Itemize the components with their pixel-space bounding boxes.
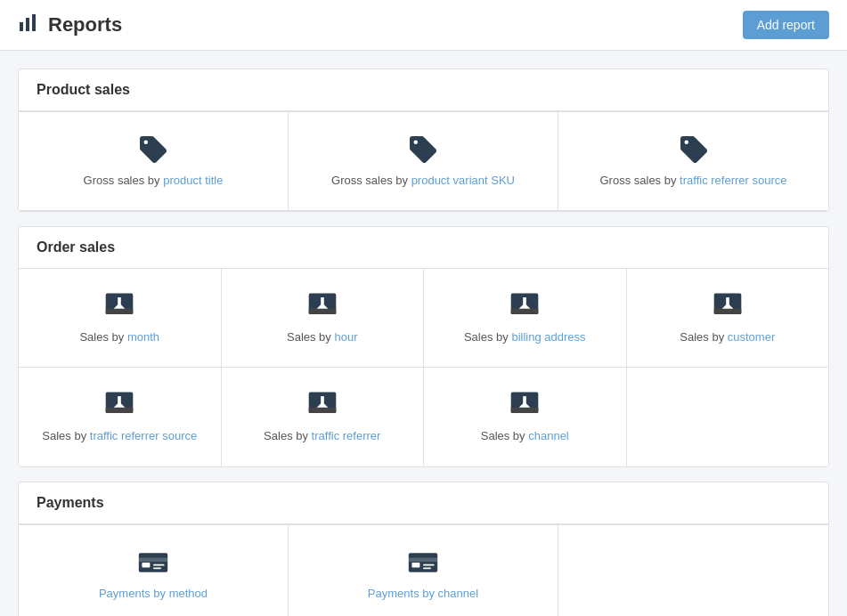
inbox-icon — [509, 389, 541, 421]
sales-hour-item[interactable]: Sales by hour — [222, 269, 425, 367]
inbox-icon — [103, 290, 135, 322]
svg-rect-4 — [20, 22, 23, 31]
product-sales-heading: Product sales — [19, 69, 828, 111]
svg-rect-22 — [726, 297, 729, 306]
page-header: Reports Add report — [0, 0, 847, 51]
gross-sales-variant-sku-item[interactable]: Gross sales by product variant SKU — [289, 112, 558, 211]
product-sales-section: Product sales Gross sales by product tit… — [18, 69, 829, 212]
order-sales-row-1: Sales by month Sales by hour — [19, 269, 828, 368]
main-content: Product sales Gross sales by product tit… — [0, 51, 847, 616]
svg-rect-8 — [106, 309, 134, 314]
inbox-icon — [103, 389, 135, 421]
svg-rect-6 — [32, 14, 36, 31]
add-report-button[interactable]: Add report — [743, 11, 829, 39]
sales-month-label: Sales by month — [79, 329, 159, 345]
sales-channel-label: Sales by channel — [481, 428, 569, 444]
gross-sales-traffic-item[interactable]: Gross sales by traffic referrer source — [558, 112, 828, 211]
svg-rect-18 — [523, 297, 526, 306]
header-left: Reports — [18, 12, 122, 38]
order-sales-grid: Sales by month Sales by hour — [19, 269, 828, 466]
svg-rect-12 — [308, 309, 336, 314]
inbox-icon — [712, 290, 744, 322]
order-sales-row-2: Sales by traffic referrer source Sales b… — [19, 368, 828, 466]
product-sales-grid: Gross sales by product title Gross sales… — [19, 111, 828, 211]
payments-heading: Payments — [19, 482, 828, 524]
svg-rect-36 — [139, 557, 167, 562]
svg-rect-26 — [118, 396, 121, 405]
money-icon — [137, 547, 169, 579]
svg-rect-14 — [321, 297, 324, 306]
sales-channel-item[interactable]: Sales by channel — [424, 368, 627, 466]
svg-rect-39 — [153, 567, 161, 569]
sales-billing-item[interactable]: Sales by billing address — [424, 269, 627, 367]
money-icon — [407, 547, 439, 579]
svg-rect-32 — [511, 408, 539, 413]
svg-rect-30 — [321, 396, 324, 405]
svg-rect-37 — [142, 563, 150, 567]
tag-icon — [137, 134, 169, 166]
inbox-icon — [306, 389, 338, 421]
svg-rect-24 — [106, 408, 134, 413]
svg-rect-34 — [523, 396, 526, 405]
payments-method-item[interactable]: Payments by method — [19, 525, 289, 616]
order-sales-heading: Order sales — [19, 227, 828, 269]
svg-rect-16 — [511, 309, 539, 314]
sales-traffic-referrer-item[interactable]: Sales by traffic referrer — [222, 368, 425, 466]
sales-month-item[interactable]: Sales by month — [19, 269, 222, 367]
svg-rect-44 — [423, 567, 431, 569]
payments-channel-item[interactable]: Payments by channel — [289, 525, 558, 616]
svg-rect-41 — [409, 557, 437, 562]
gross-sales-traffic-label: Gross sales by traffic referrer source — [599, 173, 786, 189]
payments-method-label: Payments by method — [99, 586, 208, 602]
svg-rect-20 — [713, 309, 741, 314]
payments-section: Payments Payments by method — [18, 482, 829, 616]
svg-rect-43 — [423, 563, 435, 565]
sales-traffic-source-item[interactable]: Sales by traffic referrer source — [19, 368, 222, 466]
sales-customer-item[interactable]: Sales by customer — [627, 269, 829, 367]
tag-icon — [678, 134, 710, 166]
sales-traffic-source-label: Sales by traffic referrer source — [42, 428, 197, 444]
order-empty-cell — [627, 368, 829, 466]
sales-customer-label: Sales by customer — [680, 329, 775, 345]
page-wrapper: Reports Add report Product sales Gross s… — [0, 0, 847, 616]
svg-rect-5 — [26, 18, 29, 31]
inbox-icon — [509, 290, 541, 322]
sales-traffic-referrer-label: Sales by traffic referrer — [264, 428, 380, 444]
payments-empty-cell — [558, 525, 828, 616]
payments-channel-label: Payments by channel — [368, 586, 478, 602]
reports-icon — [18, 12, 39, 38]
svg-rect-42 — [411, 563, 419, 567]
svg-rect-38 — [153, 563, 165, 565]
page-title: Reports — [48, 13, 122, 36]
gross-sales-product-title-item[interactable]: Gross sales by product title — [19, 112, 289, 211]
sales-hour-label: Sales by hour — [287, 329, 358, 345]
svg-rect-28 — [308, 408, 336, 413]
tag-icon — [407, 134, 439, 166]
order-sales-section: Order sales Sales by mon — [18, 226, 829, 466]
svg-rect-10 — [118, 297, 121, 306]
gross-sales-product-title-label: Gross sales by product title — [84, 173, 224, 189]
sales-billing-label: Sales by billing address — [464, 329, 586, 345]
gross-sales-variant-sku-label: Gross sales by product variant SKU — [331, 173, 515, 189]
payments-grid: Payments by method Payments by channel — [19, 524, 828, 616]
inbox-icon — [306, 290, 338, 322]
